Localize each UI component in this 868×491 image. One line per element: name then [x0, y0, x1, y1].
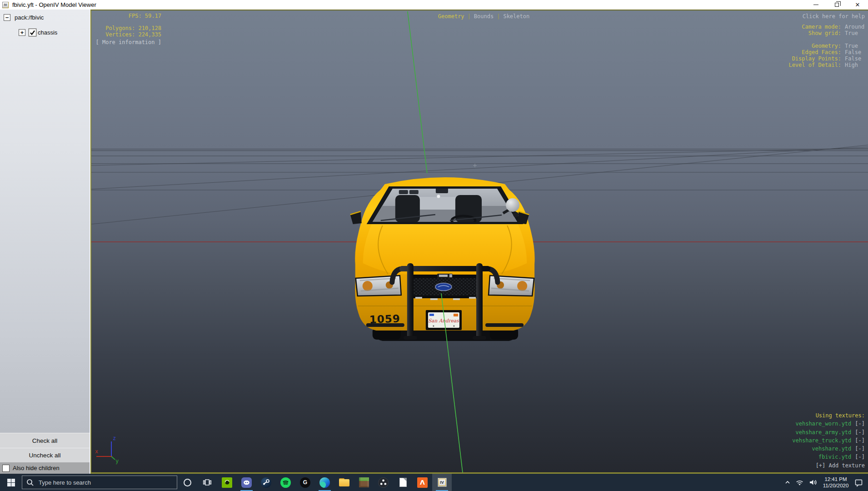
taskbar-app-file-explorer[interactable] [334, 474, 354, 491]
network-button[interactable] [793, 474, 806, 491]
taskbar-app-minecraft[interactable] [354, 474, 374, 491]
taskbar-app-fivem[interactable]: Λ [413, 474, 432, 491]
clock-date: 11/20/2020 [819, 482, 852, 489]
tab-bounds[interactable]: Bounds [474, 13, 494, 20]
openiv-app-icon: IV [2, 2, 9, 8]
cortana-button[interactable] [177, 474, 197, 491]
remove-texture-button[interactable]: [-] [855, 421, 865, 427]
volume-button[interactable] [806, 474, 819, 491]
texture-row: vehshare_worn.ytd[-] [792, 420, 865, 428]
taskbar-app-nvidia[interactable] [217, 474, 237, 491]
plate-text: San Andreas [428, 318, 459, 323]
tray-overflow-button[interactable] [782, 474, 793, 491]
more-information-link[interactable]: [ More information ] [95, 40, 161, 46]
texture-row: vehshare_army.ytd[-] [792, 428, 865, 436]
obs-icon [378, 477, 389, 488]
tab-separator: | [464, 13, 474, 20]
spotify-icon [280, 477, 291, 488]
check-all-button[interactable]: Check all [0, 433, 90, 448]
restore-icon [835, 3, 839, 7]
minimize-button[interactable] [805, 0, 826, 10]
polygons-readout: Polygons: 210,128 [95, 25, 161, 32]
stats-overlay: FPS: 59.17 Polygons: 210,128 Vertices: 2… [95, 13, 161, 46]
tree-node-pack: − pack:/fbivic [4, 14, 90, 21]
gizmo-y-axis [111, 456, 115, 460]
expand-expander-icon[interactable]: + [19, 29, 25, 36]
tree-root-label[interactable]: pack:/fbivic [15, 14, 44, 21]
antenna-marker [473, 164, 477, 167]
gizmo-x-label: x [95, 448, 98, 455]
taskbar-app-openiv[interactable]: IV [432, 474, 452, 491]
uncheck-all-button[interactable]: Uncheck all [0, 448, 90, 462]
tab-separator: | [494, 13, 503, 20]
minecraft-icon [359, 477, 369, 487]
remove-texture-button[interactable]: [-] [855, 429, 865, 436]
windows-taskbar: Type here to search [0, 474, 868, 491]
model-3d-viewport[interactable]: 1059 San Andreas [90, 10, 868, 474]
taskbar-clock[interactable]: 12:41 PM 11/20/2020 [819, 476, 852, 489]
settings-overlay: Click here for help Camera mode: Around … [788, 13, 865, 68]
task-view-button[interactable] [197, 474, 217, 491]
taskbar-app-edge[interactable] [315, 474, 334, 491]
steam-icon [261, 477, 271, 488]
remove-texture-button[interactable]: [-] [855, 454, 865, 460]
scene-canvas: 1059 San Andreas [91, 10, 868, 472]
task-view-icon [203, 478, 212, 487]
tree-chassis-label[interactable]: chassis [38, 29, 57, 36]
minimize-icon [813, 5, 818, 5]
restore-button[interactable] [826, 0, 847, 10]
taskbar-app-steam[interactable] [256, 474, 276, 491]
textures-overlay: Using textures: vehshare_worn.ytd[-] veh… [792, 411, 865, 470]
vertices-readout: Vertices: 224,335 [95, 32, 161, 38]
left-mirror [350, 211, 362, 224]
fps-readout: FPS: 59.17 [95, 13, 161, 20]
collapse-expander-icon[interactable]: − [4, 14, 10, 21]
taskbar-app-logitech[interactable]: G [295, 474, 315, 491]
also-hide-children-row: Also hide children [0, 462, 90, 474]
add-texture-button[interactable]: [+] Add texture [792, 461, 865, 470]
taskbar-app-obs[interactable] [374, 474, 393, 491]
search-box[interactable]: Type here to search [22, 476, 177, 489]
file-explorer-icon [339, 478, 349, 486]
edge-icon [319, 477, 330, 488]
grille-emblem [435, 283, 452, 291]
title-bar: IV fbivic.yft - OpenIV Model Viewer ✕ [0, 0, 868, 10]
start-button[interactable] [0, 474, 22, 491]
axis-gizmo: z x y [95, 435, 119, 464]
chevron-up-icon [784, 479, 791, 486]
clock-time: 12:41 PM [819, 476, 852, 482]
render-mode-tabs: Geometry|Bounds|Skeleton [438, 13, 529, 20]
close-icon: ✕ [855, 2, 860, 8]
chassis-checkbox[interactable] [29, 29, 36, 36]
remove-texture-button[interactable]: [-] [855, 437, 865, 444]
taskbar-app-notepad[interactable] [393, 474, 413, 491]
also-hide-children-checkbox[interactable] [2, 465, 10, 472]
texture-row: vehshare_truck.ytd[-] [792, 436, 865, 445]
setting-level-of-detail: Level of Detail: High [788, 62, 865, 68]
also-hide-children-label: Also hide children [13, 465, 60, 471]
action-center-button[interactable] [852, 474, 865, 491]
close-button[interactable]: ✕ [847, 0, 868, 10]
model-tree-panel: − pack:/fbivic + chassis Check all Unche… [0, 10, 90, 474]
grille [409, 274, 481, 300]
setting-camera-mode: Camera mode: Around [788, 24, 865, 30]
texture-row: fbivic.ytd[-] [792, 453, 865, 461]
logitech-g-icon: G [300, 477, 310, 488]
system-tray: 12:41 PM 11/20/2020 [782, 474, 868, 491]
help-link[interactable]: Click here for help [788, 13, 865, 20]
taskbar-app-discord[interactable] [237, 474, 256, 491]
remove-texture-button[interactable]: [-] [855, 446, 865, 452]
openiv-model-viewer-window: IV fbivic.yft - OpenIV Model Viewer ✕ − … [0, 0, 868, 491]
openiv-icon: IV [438, 478, 447, 487]
window-title: fbivic.yft - OpenIV Model Viewer [12, 1, 96, 8]
windows-logo-icon [7, 479, 15, 486]
gizmo-y-label: y [115, 458, 119, 464]
taskbar-app-spotify[interactable] [276, 474, 295, 491]
cortana-icon [184, 479, 191, 486]
notepad-icon [399, 478, 407, 487]
search-placeholder: Type here to search [39, 479, 91, 486]
texture-row: vehshare.ytd[-] [792, 445, 865, 453]
tab-geometry[interactable]: Geometry [438, 13, 464, 20]
taxi-car-model[interactable]: 1059 San Andreas [350, 177, 535, 341]
tab-skeleton[interactable]: Skeleton [503, 13, 529, 20]
